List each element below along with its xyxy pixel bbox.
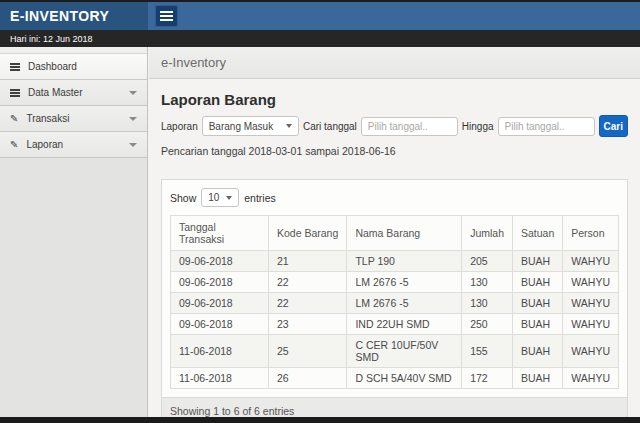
sidebar-item-label: Laporan	[26, 139, 63, 150]
select-caret-icon	[226, 196, 232, 200]
cell-jumlah: 172	[462, 368, 513, 389]
cari-tanggal-label: Cari tanggal	[303, 121, 357, 132]
chevron-down-icon	[129, 143, 137, 147]
cell-satuan: BUAH	[513, 293, 563, 314]
cell-person: WAHYU	[563, 368, 619, 389]
hamburger-icon	[160, 11, 173, 13]
cell-kode: 25	[268, 335, 346, 368]
laporan-label: Laporan	[161, 121, 198, 132]
table-row: 09-06-2018 22 LM 2676 -5 130 BUAH WAHYU	[171, 272, 619, 293]
cell-person: WAHYU	[563, 293, 619, 314]
report-table: Tanggal Transaksi Kode Barang Nama Baran…	[170, 215, 619, 389]
cell-person: WAHYU	[563, 251, 619, 272]
laporan-select-value: Barang Masuk	[209, 121, 273, 132]
cell-person: WAHYU	[563, 335, 619, 368]
cell-satuan: BUAH	[513, 272, 563, 293]
column-header-jumlah: Jumlah	[462, 216, 513, 251]
cell-satuan: BUAH	[513, 314, 563, 335]
cell-nama: TLP 190	[347, 251, 462, 272]
table-row: 09-06-2018 21 TLP 190 205 BUAH WAHYU	[171, 251, 619, 272]
search-summary: Pencarian tanggal 2018-03-01 sampai 2018…	[161, 145, 628, 157]
show-entries-row: Show 10 entries	[170, 188, 619, 207]
cell-nama: LM 2676 -5	[347, 293, 462, 314]
pencil-icon: ✎	[10, 115, 18, 123]
cell-satuan: BUAH	[513, 251, 563, 272]
sidebar-toggle-button[interactable]	[155, 5, 178, 27]
chevron-down-icon	[129, 117, 137, 121]
sidebar-spacer	[0, 47, 147, 54]
page-title: Laporan Barang	[161, 91, 628, 108]
cell-jumlah: 205	[462, 251, 513, 272]
cell-tanggal: 09-06-2018	[171, 314, 269, 335]
sidebar: Dashboard Data Master ✎ Transaksi ✎ Lapo…	[0, 47, 148, 417]
window-bottom-edge	[0, 417, 640, 423]
cari-button[interactable]: Cari	[599, 115, 628, 137]
select-caret-icon	[286, 124, 292, 128]
hingga-label: Hingga	[462, 121, 494, 132]
date-from-input[interactable]	[361, 117, 458, 136]
cell-kode: 26	[268, 368, 346, 389]
date-bar: Hari ini: 12 Jun 2018	[0, 30, 640, 47]
dashboard-list-icon	[10, 63, 20, 71]
sidebar-item-label: Data Master	[28, 87, 82, 98]
main-content: e-Inventory Laporan Barang Laporan Baran…	[149, 47, 640, 417]
pencil-icon: ✎	[10, 141, 18, 149]
column-header-tanggal: Tanggal Transaksi	[171, 216, 269, 251]
laporan-select[interactable]: Barang Masuk	[202, 116, 299, 136]
cell-nama: IND 22UH SMD	[347, 314, 462, 335]
cell-jumlah: 250	[462, 314, 513, 335]
cell-satuan: BUAH	[513, 368, 563, 389]
sidebar-item-label: Transaksi	[26, 113, 69, 124]
cell-kode: 22	[268, 293, 346, 314]
chevron-down-icon	[129, 91, 137, 95]
filter-row: Laporan Barang Masuk Cari tanggal Hingga…	[161, 115, 628, 137]
column-header-nama: Nama Barang	[347, 216, 462, 251]
cell-kode: 23	[268, 314, 346, 335]
data-master-list-icon	[10, 89, 20, 97]
show-entries-select[interactable]: 10	[201, 188, 239, 207]
cell-nama: LM 2676 -5	[347, 272, 462, 293]
entries-label: entries	[244, 192, 276, 204]
sidebar-item-dashboard[interactable]: Dashboard	[0, 54, 147, 80]
cell-kode: 22	[268, 272, 346, 293]
cell-person: WAHYU	[563, 272, 619, 293]
cell-person: WAHYU	[563, 314, 619, 335]
table-row: 11-06-2018 26 D SCH 5A/40V SMD 172 BUAH …	[171, 368, 619, 389]
show-label: Show	[170, 192, 196, 204]
report-panel: Show 10 entries Tanggal Transaksi Kode B…	[161, 179, 628, 423]
cell-kode: 21	[268, 251, 346, 272]
cell-tanggal: 11-06-2018	[171, 335, 269, 368]
show-entries-value: 10	[208, 192, 219, 203]
cell-tanggal: 09-06-2018	[171, 293, 269, 314]
sidebar-item-laporan[interactable]: ✎ Laporan	[0, 132, 147, 158]
cell-jumlah: 155	[462, 335, 513, 368]
column-header-satuan: Satuan	[513, 216, 563, 251]
column-header-kode: Kode Barang	[268, 216, 346, 251]
cell-nama: D SCH 5A/40V SMD	[347, 368, 462, 389]
cell-nama: C CER 10UF/50V SMD	[347, 335, 462, 368]
table-row: 11-06-2018 25 C CER 10UF/50V SMD 155 BUA…	[171, 335, 619, 368]
date-to-input[interactable]	[498, 117, 595, 136]
column-header-person: Person	[563, 216, 619, 251]
cell-tanggal: 09-06-2018	[171, 251, 269, 272]
cell-jumlah: 130	[462, 293, 513, 314]
sidebar-item-transaksi[interactable]: ✎ Transaksi	[0, 106, 147, 132]
top-header: E-INVENTORY	[0, 2, 640, 30]
brand-logo: E-INVENTORY	[0, 2, 148, 30]
breadcrumb: e-Inventory	[149, 47, 640, 79]
table-row: 09-06-2018 23 IND 22UH SMD 250 BUAH WAHY…	[171, 314, 619, 335]
table-header-row: Tanggal Transaksi Kode Barang Nama Baran…	[171, 216, 619, 251]
sidebar-item-label: Dashboard	[28, 61, 77, 72]
cell-satuan: BUAH	[513, 335, 563, 368]
sidebar-item-data-master[interactable]: Data Master	[0, 80, 147, 106]
cell-jumlah: 130	[462, 272, 513, 293]
cell-tanggal: 09-06-2018	[171, 272, 269, 293]
table-row: 09-06-2018 22 LM 2676 -5 130 BUAH WAHYU	[171, 293, 619, 314]
cell-tanggal: 11-06-2018	[171, 368, 269, 389]
